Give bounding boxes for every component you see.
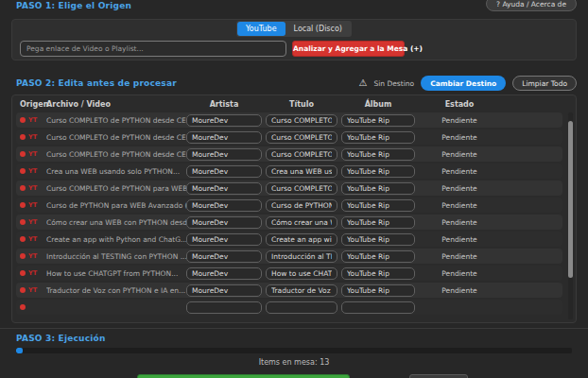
title-input[interactable] [266,233,337,246]
youtube-source-label: YT [28,218,37,226]
table-body: YTCurso COMPLETO de PYTHON desde CERO...… [16,112,562,322]
table-row[interactable]: YTCurso de PYTHON para WEB Avanzado (...… [16,198,562,213]
origin-cell: YT [20,201,46,209]
title-input[interactable] [266,182,337,195]
status-cell: Pendiente [426,133,493,142]
table-row[interactable]: YTIntroducción al TESTING con PYTHON ...… [16,249,562,264]
album-input[interactable] [341,216,415,229]
step1-panel: YouTube Local (Disco) Analizar y Agregar… [11,19,577,60]
table-row[interactable]: YTCurso COMPLETO de PYTHON desde CERO...… [16,129,562,145]
album-input[interactable] [341,131,415,144]
title-input[interactable] [266,199,337,212]
title-input[interactable] [266,114,337,127]
youtube-source-label: YT [28,167,37,175]
file-name: Introducción al TESTING con PYTHON ... [46,252,186,261]
youtube-dot-icon [20,287,26,293]
table-row[interactable]: YTHow to use CHATGPT from PYTHON...Pendi… [16,266,562,281]
youtube-dot-icon [20,236,26,242]
title-input[interactable] [266,301,337,314]
youtube-dot-icon [20,151,26,157]
tab-local-disco[interactable]: Local (Disco) [285,22,351,36]
album-input[interactable] [341,267,415,280]
help-about-button[interactable]: ? Ayuda / Acerca de [486,0,577,11]
origin-cell: YT [20,252,46,260]
artist-input[interactable] [186,148,262,161]
table-row[interactable]: YTCurso COMPLETO de PYTHON para WEB d...… [16,180,562,196]
warning-icon: ⚠ [359,78,368,88]
album-input[interactable] [341,233,415,246]
file-name: Curso COMPLETO de PYTHON para WEB d... [46,184,186,193]
url-input[interactable] [20,41,286,57]
title-input[interactable] [266,267,337,280]
artist-input[interactable] [186,233,262,246]
clear-all-button[interactable]: Limpiar Todo [512,76,577,91]
status-cell: Pendiente [426,252,493,261]
youtube-source-label: YT [28,184,37,192]
album-input[interactable] [341,199,415,212]
artist-input[interactable] [186,250,262,263]
file-name: Curso de PYTHON para WEB Avanzado (... [46,201,186,210]
artist-input[interactable] [186,182,262,195]
youtube-dot-icon [20,202,26,208]
artist-input[interactable] [186,165,262,178]
column-header-album: Álbum [341,100,415,109]
youtube-dot-icon [20,219,26,225]
artist-input[interactable] [186,267,262,280]
youtube-dot-icon [20,117,26,123]
title-input[interactable] [266,284,337,297]
start-execution-button[interactable] [137,374,350,378]
title-input[interactable] [266,216,337,229]
file-name: Cómo crear una WEB con PYTHON desde... [46,218,186,227]
status-cell: Pendiente [426,286,493,295]
album-input[interactable] [341,114,415,127]
artist-input[interactable] [186,199,262,212]
status-cell: Pendiente [426,184,493,193]
origin-cell: YT [20,218,46,226]
album-input[interactable] [341,301,415,314]
youtube-dot-icon [20,253,26,259]
step3-title: PASO 3: Ejecución [16,334,106,343]
artist-input[interactable] [186,284,262,297]
artist-input[interactable] [186,216,262,229]
tab-youtube[interactable]: YouTube [237,22,285,36]
origin-cell: YT [20,167,46,175]
origin-cell: YT [20,286,46,294]
youtube-source-label: YT [28,201,37,209]
table-row[interactable]: YTTraductor de Voz con PYTHON e IA en...… [16,283,562,298]
youtube-dot-icon [20,304,26,310]
change-destination-button[interactable]: Cambiar Destino [421,76,506,91]
file-name: How to use CHATGPT from PYTHON... [46,269,186,278]
scrollbar-thumb[interactable] [568,121,573,278]
album-input[interactable] [341,250,415,263]
title-input[interactable] [266,165,337,178]
title-input[interactable] [266,250,337,263]
status-cell: Pendiente [426,116,493,125]
analyze-add-button[interactable]: Analizar y Agregar a la Mesa (+) [292,41,405,57]
artist-input[interactable] [186,114,262,127]
table-row[interactable]: YTCreate an app with Python and ChatG...… [16,232,562,247]
table-row[interactable]: YTCurso COMPLETO de PYTHON desde CERO...… [16,112,562,128]
table-scrollbar[interactable] [568,112,573,319]
status-cell: Pendiente [426,150,493,159]
title-input[interactable] [266,131,337,144]
table-row[interactable]: YTCómo crear una WEB con PYTHON desde...… [16,215,562,230]
album-input[interactable] [341,148,415,161]
items-count-label: Items en mesa: 13 [0,358,588,367]
origin-cell [20,304,46,310]
step2-title: PASO 2: Edita antes de procesar [16,78,177,88]
artist-input[interactable] [186,131,262,144]
table-row[interactable]: YTCrea una WEB usando solo PYTHON...Pend… [16,163,562,179]
artist-input[interactable] [186,301,262,314]
album-input[interactable] [341,165,415,178]
table-row-partial[interactable] [16,300,562,315]
table-row[interactable]: YTCurso COMPLETO de PYTHON desde CERO...… [16,146,562,162]
youtube-dot-icon [20,134,26,140]
column-header-file: Archivo / Video [46,100,186,109]
file-name: Curso COMPLETO de PYTHON desde CERO... [46,150,186,159]
secondary-action-button[interactable] [409,374,468,378]
album-input[interactable] [341,182,415,195]
column-header-status: Estado [426,100,493,109]
file-name: Crea una WEB usando solo PYTHON... [46,167,186,176]
title-input[interactable] [266,148,337,161]
album-input[interactable] [341,284,415,297]
